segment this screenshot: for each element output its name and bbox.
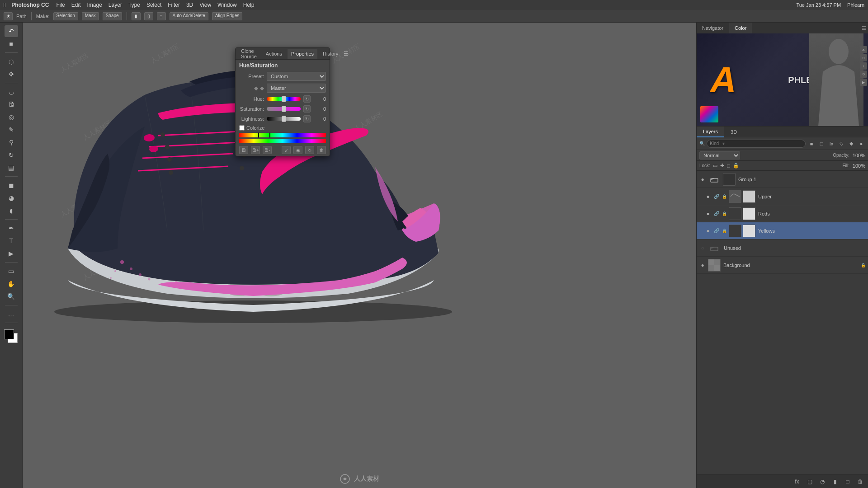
- add-mask-btn[interactable]: ▢: [805, 477, 815, 487]
- layer-reds[interactable]: ● 🔗 🔒 Reds: [697, 205, 868, 222]
- lasso-tool[interactable]: ◌: [5, 56, 18, 67]
- extra-tools[interactable]: …: [5, 308, 18, 320]
- layer-visibility-reds[interactable]: ●: [704, 210, 712, 218]
- panel-close-btn[interactable]: ☰: [344, 50, 349, 57]
- menu-edit[interactable]: Edit: [71, 2, 81, 8]
- clip-to-below-btn[interactable]: ↙: [282, 146, 291, 154]
- eyedropper-action-btn[interactable]: 🖺: [239, 146, 248, 154]
- menu-image[interactable]: Image: [87, 2, 102, 8]
- layer-group1[interactable]: ● Group 1: [697, 171, 868, 188]
- path-ops-icon[interactable]: ▯: [144, 12, 153, 20]
- menu-view[interactable]: View: [199, 2, 211, 8]
- layer-visibility-group1[interactable]: ●: [698, 175, 707, 183]
- 3d-tab[interactable]: 3D: [724, 127, 743, 137]
- lock-pixels-icon[interactable]: ▭: [713, 163, 717, 169]
- layer-type-icon[interactable]: ■: [807, 140, 816, 148]
- new-layer-btn[interactable]: □: [843, 477, 853, 487]
- tool-options-icon[interactable]: ★: [4, 12, 13, 20]
- menu-filter[interactable]: Filter: [168, 2, 180, 8]
- hue-slider[interactable]: [267, 96, 301, 102]
- menu-file[interactable]: File: [56, 2, 65, 8]
- brush-tool[interactable]: ✎: [5, 124, 18, 136]
- select-tool[interactable]: ■: [5, 38, 18, 50]
- layer-color-icon[interactable]: ●: [857, 140, 865, 148]
- menu-window[interactable]: Window: [217, 2, 237, 8]
- saturation-slider[interactable]: [267, 106, 301, 112]
- light-reset-btn[interactable]: ↻: [303, 115, 311, 122]
- fill-value[interactable]: 100%: [851, 163, 865, 169]
- refresh-btn[interactable]: ↻: [305, 146, 314, 154]
- hue-reset-btn[interactable]: ↻: [303, 95, 311, 103]
- layer-upper[interactable]: ● 🔗 🔒 Upper: [697, 188, 868, 205]
- menu-layer[interactable]: Layer: [108, 2, 122, 8]
- layers-tab[interactable]: Layers: [697, 127, 724, 137]
- menu-3d[interactable]: 3D: [186, 2, 193, 8]
- layer-visibility-unused[interactable]: ○: [698, 244, 707, 252]
- text-tool[interactable]: T: [5, 235, 18, 247]
- delete-adjustment-btn[interactable]: 🗑: [317, 146, 326, 154]
- pen-tool[interactable]: ✒: [5, 222, 18, 234]
- path-select-tool[interactable]: ▶: [5, 248, 18, 259]
- layer-visibility-yellows[interactable]: ●: [704, 227, 712, 235]
- lightness-slider[interactable]: [267, 116, 301, 122]
- layer-visibility-upper[interactable]: ●: [704, 192, 712, 201]
- layer-unused[interactable]: ○ Unused: [697, 239, 868, 257]
- crop-tool[interactable]: ◡: [5, 86, 18, 98]
- lock-position-icon[interactable]: ✚: [720, 163, 724, 169]
- auto-add-delete-btn[interactable]: Auto Add/Delete: [170, 12, 208, 20]
- align-edges-btn[interactable]: Align Edges: [212, 12, 242, 20]
- new-group-btn[interactable]: ▮: [830, 477, 840, 487]
- dodge-tool[interactable]: ◖: [5, 205, 18, 216]
- menu-type[interactable]: Type: [128, 2, 140, 8]
- eyedropper-tool[interactable]: 🖺: [5, 99, 18, 110]
- menu-select[interactable]: Select: [146, 2, 161, 8]
- colorize-checkbox[interactable]: [239, 125, 245, 131]
- menu-help[interactable]: Help: [243, 2, 255, 8]
- layers-search-box[interactable]: Kind ▼: [707, 140, 806, 148]
- layer-smart-icon[interactable]: ◇: [837, 140, 845, 148]
- visibility-btn[interactable]: ◉: [293, 146, 302, 154]
- gradient-tool[interactable]: ◼: [5, 179, 18, 191]
- apple-logo-icon[interactable]: : [4, 1, 6, 9]
- shape-tool[interactable]: ▭: [5, 265, 18, 277]
- navigator-tab[interactable]: Navigator: [697, 23, 729, 33]
- side-properties-icon[interactable]: A: [860, 46, 867, 53]
- add-layer-style-btn[interactable]: fx: [792, 477, 802, 487]
- properties-tab[interactable]: Properties: [288, 49, 317, 59]
- opacity-value[interactable]: 100%: [851, 153, 865, 158]
- mask-btn[interactable]: Mask: [82, 12, 99, 20]
- history-brush-tool[interactable]: ↻: [5, 149, 18, 161]
- side-history-icon[interactable]: ↻: [860, 70, 867, 78]
- color-tab[interactable]: Color: [729, 23, 752, 33]
- layer-background[interactable]: ● Background 🔒: [697, 257, 868, 274]
- side-adjust-icon[interactable]: □: [860, 54, 867, 61]
- eraser-tool[interactable]: ▤: [5, 162, 18, 174]
- clone-source-tab[interactable]: Clone Source: [237, 49, 260, 59]
- color-swatch[interactable]: [4, 329, 19, 344]
- lock-artboards-icon[interactable]: □: [727, 163, 730, 169]
- layer-yellows[interactable]: ● 🔗 🔒 Yellows: [697, 222, 868, 239]
- add-adjustment-btn[interactable]: ◔: [817, 477, 827, 487]
- side-actions-icon[interactable]: ▶: [860, 79, 867, 86]
- preset-dropdown[interactable]: Custom: [267, 72, 326, 81]
- magic-wand-tool[interactable]: ✥: [5, 68, 18, 80]
- blend-mode-dropdown[interactable]: Normal Multiply Screen Overlay: [699, 151, 740, 160]
- panel-menu-icon[interactable]: ☰: [862, 25, 868, 31]
- layer-style-icon[interactable]: fx: [827, 140, 835, 148]
- layer-create-icon[interactable]: ◆: [847, 140, 855, 148]
- align-icon[interactable]: ≡: [157, 12, 166, 20]
- lock-all-icon[interactable]: 🔒: [733, 163, 739, 169]
- delete-layer-btn[interactable]: 🗑: [855, 477, 865, 487]
- selection-btn[interactable]: Selection: [53, 12, 78, 20]
- eyedropper-minus-btn[interactable]: 🖺-: [263, 146, 272, 154]
- actions-tab[interactable]: Actions: [262, 49, 286, 59]
- healing-brush-tool[interactable]: ◎: [5, 111, 18, 123]
- foreground-color-swatch[interactable]: [4, 329, 14, 339]
- eyedropper-plus-btn[interactable]: 🖺+: [251, 146, 260, 154]
- zoom-tool[interactable]: 🔍: [5, 291, 18, 302]
- layer-artboard-icon[interactable]: □: [817, 140, 826, 148]
- layer-visibility-background[interactable]: ●: [698, 261, 707, 269]
- history-tab[interactable]: History: [319, 49, 342, 59]
- channel-dropdown[interactable]: Master Reds Yellows Greens Cyans Blues M…: [267, 84, 326, 93]
- shape-btn[interactable]: Shape: [103, 12, 122, 20]
